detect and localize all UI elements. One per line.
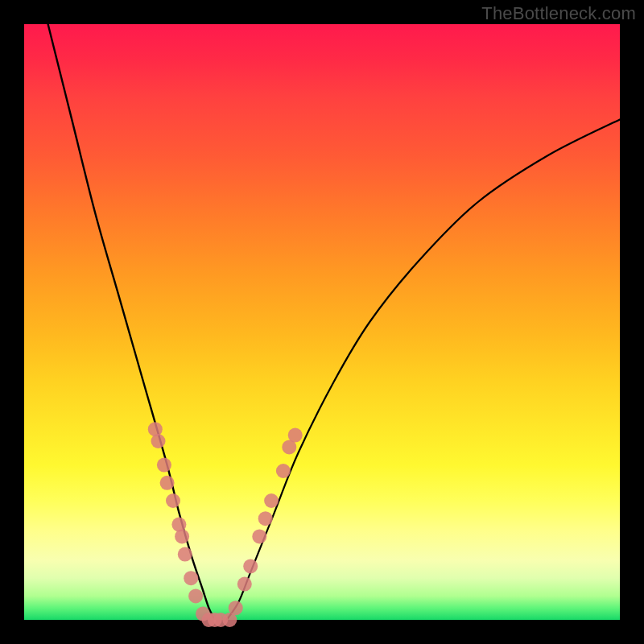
marker-group xyxy=(148,422,303,627)
data-point-marker xyxy=(258,511,273,526)
data-point-marker xyxy=(160,476,175,490)
data-point-marker xyxy=(252,529,266,543)
chart-frame: TheBottleneck.com xyxy=(0,0,644,644)
data-point-marker xyxy=(151,434,166,448)
data-point-marker xyxy=(188,588,203,603)
data-point-marker xyxy=(264,493,279,508)
data-point-marker xyxy=(276,464,291,478)
data-point-marker xyxy=(229,601,243,615)
data-point-marker xyxy=(243,559,258,573)
data-point-marker xyxy=(175,529,189,543)
data-point-marker xyxy=(288,428,303,443)
data-point-marker xyxy=(237,577,252,592)
data-point-marker xyxy=(184,571,198,585)
watermark-text: TheBottleneck.com xyxy=(481,3,636,24)
data-point-marker xyxy=(166,493,180,508)
bottleneck-curve-right xyxy=(227,119,620,620)
bottleneck-curve-left xyxy=(48,24,215,620)
plot-area xyxy=(24,24,620,620)
data-point-marker xyxy=(178,547,192,562)
curve-layer xyxy=(24,24,620,620)
data-point-marker xyxy=(157,458,171,473)
